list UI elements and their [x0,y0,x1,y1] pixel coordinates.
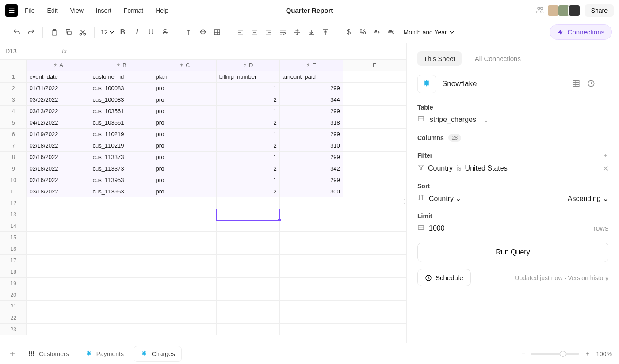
cell[interactable] [279,289,343,301]
row-header[interactable]: 16 [0,243,27,255]
cell[interactable] [27,197,90,209]
column-header-b[interactable]: B [90,60,153,71]
cell[interactable] [153,255,216,266]
cell[interactable] [153,209,216,220]
cell[interactable] [153,220,216,232]
cell[interactable] [27,301,90,312]
italic-icon[interactable]: I [132,27,142,38]
currency-icon[interactable]: $ [344,27,354,38]
cell[interactable]: 299 [279,106,343,117]
cell[interactable]: pro [153,129,216,140]
redo-icon[interactable] [26,27,36,38]
valign-top-icon[interactable] [320,27,331,38]
cell[interactable] [343,220,406,232]
menu-view[interactable]: View [70,7,84,14]
updated-text[interactable]: Updated just now · Version history [515,274,608,281]
row-header[interactable]: 23 [0,324,27,335]
cell[interactable]: cus_113953 [90,174,153,186]
cell[interactable]: event_date [27,71,90,83]
cell[interactable] [216,209,279,220]
cell[interactable] [90,197,153,209]
cell[interactable] [343,278,406,289]
cell[interactable] [279,312,343,324]
cell[interactable] [90,324,153,335]
underline-icon[interactable]: U [146,27,157,38]
cell[interactable]: 344 [279,94,343,106]
menu-help[interactable]: Help [156,7,168,14]
table-select[interactable]: stripe_charges ⌄ [417,115,608,124]
cell[interactable] [343,152,406,163]
percent-icon[interactable]: % [358,27,368,38]
column-header-f[interactable]: F [343,60,406,71]
cell[interactable] [216,266,279,278]
cell[interactable]: 318 [279,117,343,129]
cell[interactable] [279,243,343,255]
row-header[interactable]: 17 [0,255,27,266]
cell[interactable] [27,220,90,232]
cell[interactable] [343,140,406,152]
cell[interactable] [27,243,90,255]
cell[interactable] [216,243,279,255]
cell[interactable]: cus_113373 [90,152,153,163]
collaborators-icon[interactable] [535,5,544,15]
cell[interactable] [90,209,153,220]
cell[interactable] [153,289,216,301]
row-header[interactable]: 21 [0,301,27,312]
cell[interactable]: cus_110219 [90,129,153,140]
row-header[interactable]: 4 [0,106,27,117]
zoom-slider[interactable] [531,353,579,355]
cell[interactable] [343,301,406,312]
cell[interactable] [153,312,216,324]
cell[interactable] [153,197,216,209]
cell[interactable] [279,255,343,266]
remove-filter-button[interactable]: ✕ [603,164,608,173]
cell[interactable] [153,232,216,243]
cell[interactable]: 299 [279,83,343,94]
cell[interactable]: 03/02/2022 [27,94,90,106]
date-format-select[interactable]: Month and Year [400,29,458,36]
panel-drag-handle[interactable]: ⋮ [401,197,406,205]
cell[interactable] [343,324,406,335]
row-header[interactable]: 1 [0,71,27,83]
row-header[interactable]: 5 [0,117,27,129]
cell[interactable]: cus_100083 [90,94,153,106]
cell[interactable]: 02/18/2022 [27,140,90,152]
cell[interactable] [279,324,343,335]
row-header[interactable]: 7 [0,140,27,152]
cell[interactable]: 01/31/2022 [27,83,90,94]
cut-icon[interactable] [77,27,88,38]
sort-field-select[interactable]: Country ⌄ [429,194,461,203]
menu-insert[interactable]: Insert [96,7,111,14]
zoom-in-button[interactable]: ＋ [585,350,591,358]
cell[interactable] [343,243,406,255]
align-center-icon[interactable] [249,27,260,38]
zoom-out-button[interactable]: − [522,350,525,357]
cell[interactable] [279,278,343,289]
cell[interactable]: cus_110219 [90,140,153,152]
cell[interactable]: 2 [216,117,279,129]
cell[interactable] [90,301,153,312]
cell[interactable] [343,163,406,174]
cell[interactable]: 299 [279,174,343,186]
cell[interactable] [27,255,90,266]
cell[interactable]: 300 [279,186,343,197]
filter-row[interactable]: Country is United States ✕ [417,164,608,173]
cell[interactable] [153,324,216,335]
sheet-tab-charges[interactable]: Charges [134,346,182,362]
limit-value[interactable]: 1000 [429,224,445,232]
cell[interactable]: 2 [216,140,279,152]
cell[interactable] [343,209,406,220]
font-size-select[interactable]: 12 [101,29,114,36]
column-header-e[interactable]: E [279,60,343,71]
cell[interactable] [90,289,153,301]
tab-all-connections[interactable]: All Connections [469,51,527,66]
share-button[interactable]: Share [585,4,614,17]
cell[interactable] [153,278,216,289]
cell[interactable] [90,243,153,255]
cell[interactable] [343,106,406,117]
row-header[interactable]: 10 [0,174,27,186]
cell[interactable]: pro [153,152,216,163]
cell[interactable]: cus_100083 [90,83,153,94]
cell[interactable] [279,266,343,278]
cell[interactable]: cus_113373 [90,163,153,174]
